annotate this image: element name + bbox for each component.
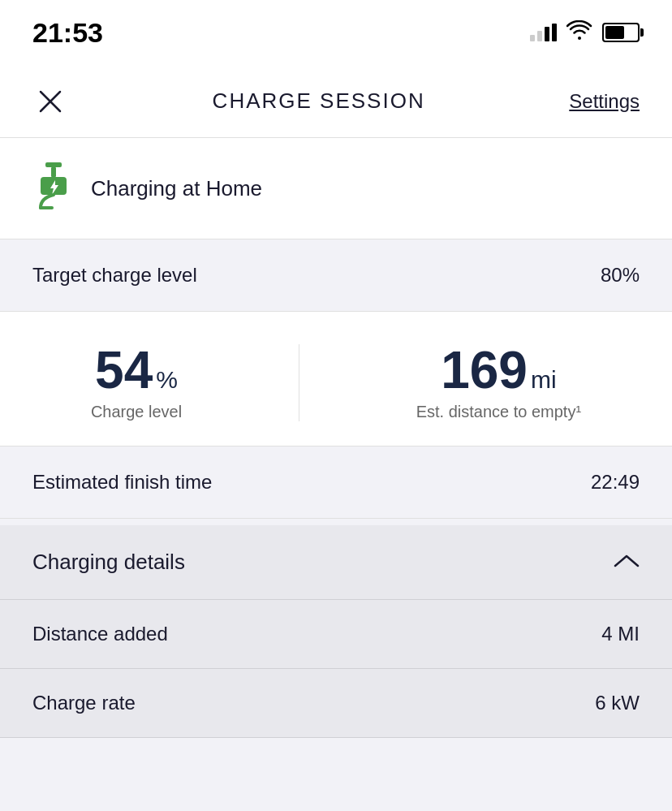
bottom-divider: [0, 737, 672, 738]
finish-time-value: 22:49: [591, 471, 640, 494]
charging-details-header[interactable]: Charging details: [0, 525, 672, 599]
charge-rate-label: Charge rate: [32, 692, 136, 714]
stats-section: 54% Charge level 169mi Est. distance to …: [0, 312, 672, 446]
charge-level-label: Charge level: [91, 403, 182, 421]
svg-rect-5: [39, 206, 54, 209]
charging-plug-icon: [32, 162, 75, 214]
wifi-icon: [566, 20, 592, 45]
page-title: CHARGE SESSION: [213, 88, 425, 114]
svg-rect-3: [51, 167, 56, 177]
charging-details-content: Distance added 4 MI Charge rate 6 kW: [0, 599, 672, 738]
target-charge-value: 80%: [601, 264, 640, 287]
svg-rect-2: [45, 162, 62, 167]
charging-home-section: Charging at Home: [0, 138, 672, 239]
stat-divider: [299, 344, 299, 421]
charge-level-stat: 54% Charge level: [91, 344, 182, 421]
settings-button[interactable]: Settings: [569, 90, 640, 113]
battery-icon: [602, 23, 640, 42]
finish-time-row: Estimated finish time 22:49: [0, 446, 672, 519]
target-charge-label: Target charge level: [32, 264, 197, 287]
distance-added-value: 4 MI: [601, 623, 640, 645]
charge-rate-row: Charge rate 6 kW: [0, 668, 672, 737]
target-charge-row: Target charge level 80%: [0, 239, 672, 312]
distance-added-label: Distance added: [32, 623, 168, 645]
charge-rate-value: 6 kW: [595, 692, 640, 714]
status-icons: [530, 20, 640, 45]
finish-time-label: Estimated finish time: [32, 471, 212, 494]
signal-icon: [530, 24, 557, 41]
charging-details-section: Charging details Distance added 4 MI Cha…: [0, 525, 672, 738]
charging-details-title: Charging details: [32, 550, 185, 575]
content: Charging at Home Target charge level 80%…: [0, 138, 672, 738]
charging-home-label: Charging at Home: [91, 176, 262, 201]
distance-value: 169mi: [441, 344, 556, 396]
distance-label: Est. distance to empty¹: [416, 403, 581, 421]
status-time: 21:53: [32, 17, 103, 49]
distance-stat: 169mi Est. distance to empty¹: [416, 344, 581, 421]
nav-bar: CHARGE SESSION Settings: [0, 65, 672, 138]
charge-level-value: 54%: [95, 344, 178, 396]
status-bar: 21:53: [0, 0, 672, 65]
distance-added-row: Distance added 4 MI: [0, 599, 672, 668]
close-button[interactable]: [32, 84, 68, 119]
chevron-up-icon: [614, 553, 640, 572]
